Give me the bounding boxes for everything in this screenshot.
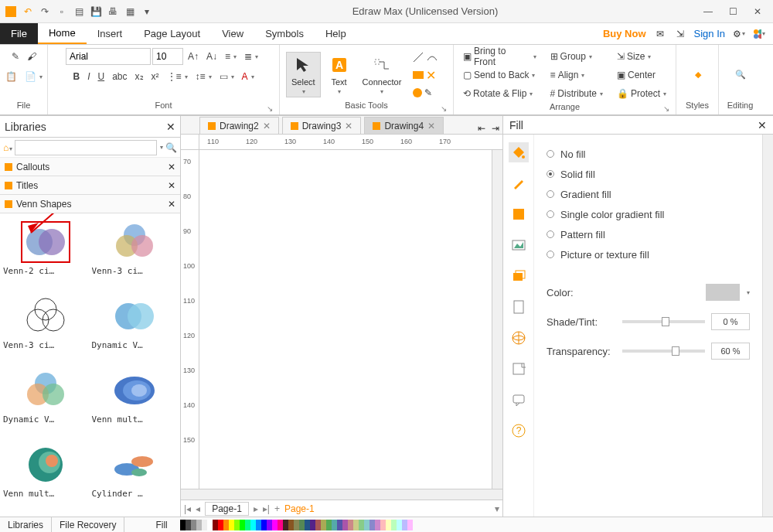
send-icon[interactable]: ✉ <box>654 28 666 40</box>
tab-home[interactable]: Home <box>38 23 87 44</box>
fill-bucket-icon[interactable] <box>509 142 529 162</box>
arrange-dialog-launcher[interactable]: ↘ <box>663 104 669 113</box>
status-libraries-tab[interactable]: Libraries <box>0 517 52 532</box>
font-dialog-launcher[interactable]: ↘ <box>267 104 273 113</box>
transparency-value[interactable]: 60 % <box>711 343 750 360</box>
copy-icon[interactable]: 📄▾ <box>22 68 46 85</box>
color-picker[interactable] <box>706 284 740 301</box>
close-icon[interactable]: ✕ <box>427 121 435 131</box>
new-icon[interactable]: ▫ <box>55 5 69 19</box>
undo-icon[interactable]: ↶ <box>21 5 35 19</box>
help-icon[interactable]: ? <box>509 421 529 441</box>
decrease-font-icon[interactable]: A↓ <box>203 48 220 65</box>
category-venn[interactable]: Venn Shapes✕ <box>0 195 180 213</box>
italic-button[interactable]: I <box>84 68 93 85</box>
shape-venn-3-outline[interactable]: Venn-3 ci… <box>3 292 89 363</box>
connector-tool[interactable]: Connector▾ <box>358 53 407 97</box>
page-last-icon[interactable]: ▸| <box>263 503 270 514</box>
home-icon[interactable]: ⌂▾ <box>3 142 12 153</box>
tab-page-layout[interactable]: Page Layout <box>133 23 211 44</box>
save-icon[interactable]: 💾 <box>89 5 103 19</box>
canvas-scrollbar-h[interactable] <box>181 489 502 500</box>
search-dropdown-icon[interactable]: ▾ <box>160 144 163 151</box>
shape-venn-mult1[interactable]: Venn mult… <box>92 367 178 438</box>
superscript-icon[interactable]: x² <box>148 68 162 85</box>
radio-gradient-fill[interactable]: Gradient fill <box>547 184 750 204</box>
tab-view[interactable]: View <box>211 23 254 44</box>
close-button[interactable]: ✕ <box>746 4 769 19</box>
format-painter-icon[interactable]: ✎ <box>9 48 22 65</box>
highlight-icon[interactable]: ▭▾ <box>216 68 237 85</box>
page-prev-icon[interactable]: ◂ <box>196 503 200 514</box>
category-callouts[interactable]: Callouts✕ <box>0 158 180 176</box>
page-next-icon[interactable]: ▸ <box>254 503 258 514</box>
shadow-icon[interactable] <box>509 204 529 224</box>
size-button[interactable]: ⇲ Size▾ <box>614 48 669 65</box>
shape-venn-2[interactable]: Venn-2 ci… <box>3 218 89 289</box>
libraries-search-input[interactable] <box>15 140 157 155</box>
picture-icon[interactable] <box>509 235 529 255</box>
fill-scrollbar[interactable] <box>762 135 773 517</box>
underline-button[interactable]: U <box>94 68 107 85</box>
font-size-combo[interactable] <box>152 48 183 65</box>
radio-solid-fill[interactable]: Solid fill <box>547 164 750 184</box>
gear-icon[interactable]: ⚙▾ <box>733 28 745 40</box>
doc-tab-drawing3[interactable]: Drawing3✕ <box>282 117 362 134</box>
tab-nav-left-icon[interactable]: ⇤ <box>475 123 489 134</box>
status-file-recovery-tab[interactable]: File Recovery <box>52 517 124 532</box>
buy-now-link[interactable]: Buy Now <box>603 28 646 39</box>
tab-nav-right-icon[interactable]: ⇥ <box>489 123 502 134</box>
close-icon[interactable]: ✕ <box>168 180 175 191</box>
transparency-slider[interactable] <box>622 350 705 353</box>
open-icon[interactable]: ▤ <box>72 5 86 19</box>
shape-venn-3-color[interactable]: Venn-3 ci… <box>92 218 178 289</box>
align-top-icon[interactable]: ≣▾ <box>241 48 261 65</box>
center-button[interactable]: ▣ Center <box>614 66 669 84</box>
increase-font-icon[interactable]: A↑ <box>185 48 202 65</box>
shape-dynamic-v2[interactable]: Dynamic V… <box>3 367 89 438</box>
shape-cylinder[interactable]: Cylinder … <box>92 441 178 512</box>
bold-button[interactable]: B <box>70 68 83 85</box>
subscript-icon[interactable]: x₂ <box>132 68 147 85</box>
minimize-button[interactable]: — <box>696 4 720 19</box>
pen-icon[interactable] <box>509 173 529 193</box>
font-name-combo[interactable] <box>66 48 151 65</box>
tab-help[interactable]: Help <box>315 23 357 44</box>
doc-tab-drawing2[interactable]: Drawing2✕ <box>199 117 279 134</box>
bring-to-front-button[interactable]: ▣ Bring to Front▾ <box>460 48 540 65</box>
doc-tab-drawing4[interactable]: Drawing4✕ <box>364 117 444 134</box>
page-first-icon[interactable]: |◂ <box>184 503 191 514</box>
align-left-icon[interactable]: ≡▾ <box>222 48 240 65</box>
send-to-back-button[interactable]: ▢ Send to Back▾ <box>460 66 540 84</box>
close-icon[interactable]: ✕ <box>168 162 175 172</box>
distribute-button[interactable]: # Distribute▾ <box>547 85 606 102</box>
color-palette[interactable] <box>180 520 413 530</box>
shade-value[interactable]: 0 % <box>711 313 750 330</box>
curve-icon[interactable] <box>426 51 438 63</box>
protect-button[interactable]: 🔒 Protect▾ <box>614 85 669 102</box>
close-icon[interactable]: ✕ <box>345 121 352 131</box>
brush-icon[interactable]: 🖌 <box>24 48 39 65</box>
fill-panel-close-icon[interactable]: ✕ <box>758 119 767 131</box>
share-icon[interactable]: ⇲ <box>674 28 686 40</box>
rotate-flip-button[interactable]: ⟲ Rotate & Flip▾ <box>460 85 540 102</box>
pencil-icon[interactable]: ✎ <box>424 87 432 98</box>
sign-in-link[interactable]: Sign In <box>694 28 725 39</box>
page-icon[interactable] <box>509 297 529 317</box>
tab-insert[interactable]: Insert <box>87 23 134 44</box>
text-tool[interactable]: A Text▾ <box>324 53 355 97</box>
app-icon[interactable] <box>4 5 18 19</box>
line-icon[interactable] <box>412 51 424 63</box>
close-icon[interactable]: ✕ <box>263 121 271 131</box>
libraries-close-icon[interactable]: ✕ <box>166 121 175 133</box>
qat-dropdown-icon[interactable]: ▾ <box>140 5 154 19</box>
group-button[interactable]: ⊞ Group▾ <box>547 48 606 65</box>
canvas[interactable] <box>199 150 492 489</box>
layers-icon[interactable] <box>509 266 529 286</box>
line-spacing-icon[interactable]: ↕≡▾ <box>192 68 215 85</box>
close-icon[interactable]: ✕ <box>168 199 175 210</box>
circle-icon[interactable] <box>412 87 423 98</box>
radio-pattern-fill[interactable]: Pattern fill <box>547 224 750 244</box>
select-tool[interactable]: Select▾ <box>286 52 321 97</box>
globe-icon[interactable] <box>509 328 529 348</box>
